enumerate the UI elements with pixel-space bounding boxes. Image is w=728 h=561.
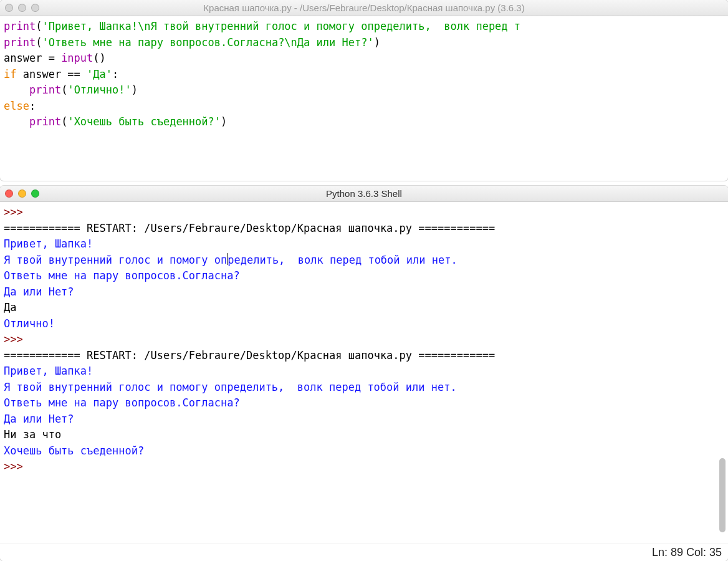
shell-restart: RESTART: <box>80 222 144 234</box>
code-txt: answer = <box>4 52 61 64</box>
code-kw: else <box>4 100 29 112</box>
code-txt: ( <box>61 84 67 96</box>
shell-output: Да или Нет? <box>4 413 74 425</box>
shell-output: Ответь мне на пару вопросов.Согласна? <box>4 269 240 282</box>
code-indent <box>4 115 29 128</box>
shell-output: Я твой внутренний голос и помогу оп <box>4 254 227 266</box>
code-txt: ( <box>36 20 42 32</box>
shell-output: ределить, волк перед тобой или нет. <box>228 254 457 266</box>
shell-traffic-lights <box>5 189 39 198</box>
shell-prompt: >>> <box>4 206 29 218</box>
editor-content[interactable]: print('Привет, Шапка!\nЯ твой внутренний… <box>0 16 728 133</box>
close-icon[interactable] <box>5 4 13 12</box>
code-str: 'Привет, Шапка!\nЯ твой внутренний голос… <box>42 20 520 32</box>
code-txt: ( <box>61 115 67 128</box>
shell-restart-path: /Users/Febraure/Desktop/Красная шапочка.… <box>144 349 418 362</box>
editor-titlebar[interactable]: Красная шапочка.py - /Users/Febraure/Des… <box>0 0 728 16</box>
editor-window: Красная шапочка.py - /Users/Febraure/Des… <box>0 0 728 181</box>
shell-prompt: >>> <box>4 460 29 472</box>
shell-content[interactable]: >>> ============ RESTART: /Users/Febraur… <box>0 202 728 494</box>
minimize-icon[interactable] <box>18 189 26 198</box>
code-fn: print <box>29 115 61 128</box>
zoom-icon[interactable] <box>31 4 39 12</box>
code-indent <box>4 84 29 96</box>
zoom-icon[interactable] <box>31 189 39 198</box>
shell-output: Хочешь быть съеденной? <box>4 444 144 457</box>
shell-output: Отлично! <box>4 317 55 330</box>
code-txt: ) <box>374 36 380 49</box>
code-str: 'Хочешь быть съеденной?' <box>67 115 221 128</box>
code-fn: input <box>61 52 93 64</box>
code-kw: if <box>4 68 16 80</box>
code-fn: print <box>4 36 36 49</box>
code-txt: : <box>29 100 36 112</box>
shell-restart-path: /Users/Febraure/Desktop/Красная шапочка.… <box>144 222 418 234</box>
shell-statusbar: Ln: 89 Col: 35 <box>0 544 728 561</box>
shell-restart: RESTART: <box>80 349 144 362</box>
shell-restart-sep: ============ <box>418 222 495 234</box>
code-fn: print <box>29 84 61 96</box>
shell-output: Да или Нет? <box>4 285 74 298</box>
close-icon[interactable] <box>5 189 13 198</box>
shell-user-input: Ни за что <box>4 428 61 441</box>
shell-restart-sep: ============ <box>4 349 80 362</box>
shell-user-input: Да <box>4 301 16 314</box>
shell-prompt: >>> <box>4 333 29 345</box>
shell-title: Python 3.6.3 Shell <box>0 188 728 199</box>
code-txt: ) <box>221 115 227 128</box>
code-str: 'Ответь мне на пару вопросов.Согласна?\n… <box>42 36 373 49</box>
scrollbar-vertical[interactable] <box>718 204 727 542</box>
cursor-position: Ln: 89 Col: 35 <box>652 546 722 559</box>
scrollbar-thumb[interactable] <box>719 458 726 532</box>
shell-window: Python 3.6.3 Shell >>> ============ REST… <box>0 186 728 561</box>
code-str: 'Отлично!' <box>67 84 131 96</box>
code-str: 'Да' <box>87 68 112 80</box>
shell-output: Привет, Шапка! <box>4 237 93 250</box>
shell-titlebar[interactable]: Python 3.6.3 Shell <box>0 186 728 202</box>
shell-output: Ответь мне на пару вопросов.Согласна? <box>4 396 240 409</box>
code-txt: ) <box>132 84 138 96</box>
shell-output: Я твой внутренний голос и помогу определ… <box>4 381 457 393</box>
code-fn: print <box>4 20 36 32</box>
code-txt: ( <box>36 36 42 49</box>
code-txt: : <box>112 68 118 80</box>
minimize-icon[interactable] <box>18 4 26 12</box>
editor-traffic-lights <box>5 4 39 12</box>
code-txt: answer == <box>16 68 87 80</box>
shell-restart-sep: ============ <box>418 349 495 362</box>
code-txt: () <box>93 52 105 64</box>
editor-title: Красная шапочка.py - /Users/Febraure/Des… <box>0 2 728 13</box>
shell-output: Привет, Шапка! <box>4 365 93 377</box>
shell-restart-sep: ============ <box>4 222 80 234</box>
